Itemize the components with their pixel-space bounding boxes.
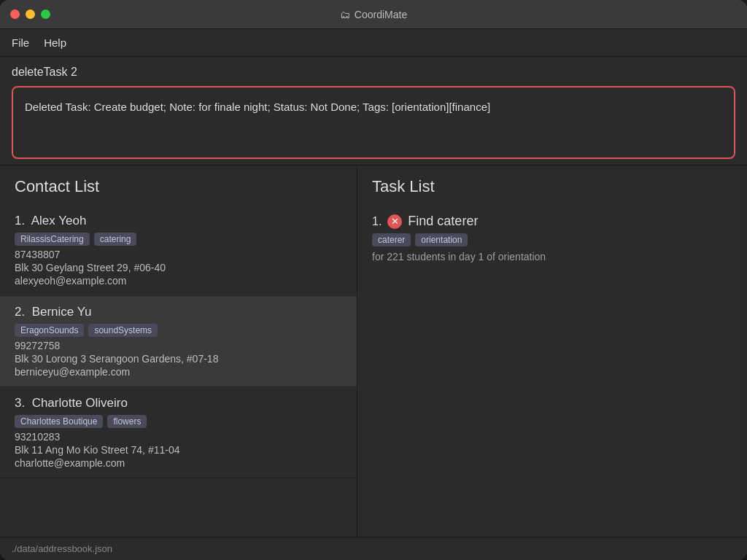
tag-catering: catering (94, 233, 137, 246)
title-bar: 🗂 CoordiMate (0, 0, 747, 29)
contact-item-2[interactable]: 2. Bernice Yu EragonSounds soundSystems … (0, 296, 357, 387)
contact-name-2: 2. Bernice Yu (15, 305, 342, 319)
output-box: Deleted Task: Create budget; Note: for f… (12, 86, 735, 159)
minimize-button[interactable] (26, 9, 35, 19)
contact-address-3: Blk 11 Ang Mo Kio Street 74, #11-04 (15, 444, 342, 456)
app-window: 🗂 CoordiMate File Help deleteTask 2 Dele… (0, 0, 747, 560)
task-list-title: Task List (357, 166, 747, 205)
app-title: CoordiMate (355, 9, 407, 20)
command-area: deleteTask 2 Deleted Task: Create budget… (0, 57, 747, 165)
task-header-1: 1. ✕ Find caterer (372, 214, 732, 229)
task-number-1: 1. (372, 215, 382, 228)
task-note-1: for 221 students in day 1 of orientation (372, 251, 732, 262)
menu-file[interactable]: File (12, 36, 29, 49)
status-bar: ./data/addressbook.json (0, 537, 747, 560)
contact-email-1: alexyeoh@example.com (15, 275, 342, 287)
contact-email-3: charlotte@example.com (15, 457, 342, 469)
tag-orientation: orientation (415, 233, 468, 246)
contact-tags-3: Charlottes Boutique flowers (15, 415, 342, 428)
tag-soundsystems: soundSystems (88, 324, 158, 337)
main-content: Contact List 1. Alex Yeoh RilassisCateri… (0, 166, 747, 537)
menu-help[interactable]: Help (44, 36, 66, 49)
contact-item-1[interactable]: 1. Alex Yeoh RilassisCatering catering 8… (0, 205, 357, 296)
contact-tags-1: RilassisCatering catering (15, 233, 342, 246)
traffic-lights (10, 9, 50, 19)
output-text: Deleted Task: Create budget; Note: for f… (25, 101, 490, 113)
contact-phone-2: 99272758 (15, 340, 342, 351)
contact-list-pane: Contact List 1. Alex Yeoh RilassisCateri… (0, 166, 357, 537)
task-name-1: Find caterer (408, 214, 478, 229)
contact-address-2: Blk 30 Lorong 3 Serangoon Gardens, #07-1… (15, 353, 342, 365)
window-title: 🗂 CoordiMate (340, 9, 407, 20)
contact-tags-2: EragonSounds soundSystems (15, 324, 342, 337)
task-list-pane: Task List 1. ✕ Find caterer caterer orie… (357, 166, 747, 537)
command-label: deleteTask 2 (12, 66, 735, 79)
task-item-1: 1. ✕ Find caterer caterer orientation fo… (357, 205, 747, 271)
tag-caterer: caterer (372, 233, 411, 246)
tag-eragonsounds: EragonSounds (15, 324, 84, 337)
close-button[interactable] (10, 9, 20, 19)
contact-phone-1: 87438807 (15, 249, 342, 260)
contact-scroll[interactable]: 1. Alex Yeoh RilassisCatering catering 8… (0, 205, 357, 537)
contact-name-1: 1. Alex Yeoh (15, 214, 342, 228)
tag-rilassiscatering: RilassisCatering (15, 233, 90, 246)
task-status-icon-1: ✕ (387, 214, 402, 229)
tag-charlottesboutique: Charlottes Boutique (15, 415, 103, 428)
maximize-button[interactable] (41, 9, 50, 19)
app-icon: 🗂 (340, 9, 350, 20)
status-text: ./data/addressbook.json (12, 543, 112, 554)
contact-email-2: berniceyu@example.com (15, 366, 342, 378)
task-tags-1: caterer orientation (372, 233, 732, 246)
contact-item-3[interactable]: 3. Charlotte Oliveiro Charlottes Boutiqu… (0, 387, 357, 478)
tag-flowers: flowers (107, 415, 147, 428)
contact-address-1: Blk 30 Geylang Street 29, #06-40 (15, 262, 342, 273)
contact-list-title: Contact List (0, 166, 357, 205)
contact-phone-3: 93210283 (15, 431, 342, 443)
menu-bar: File Help (0, 29, 747, 57)
contact-name-3: 3. Charlotte Oliveiro (15, 396, 342, 411)
